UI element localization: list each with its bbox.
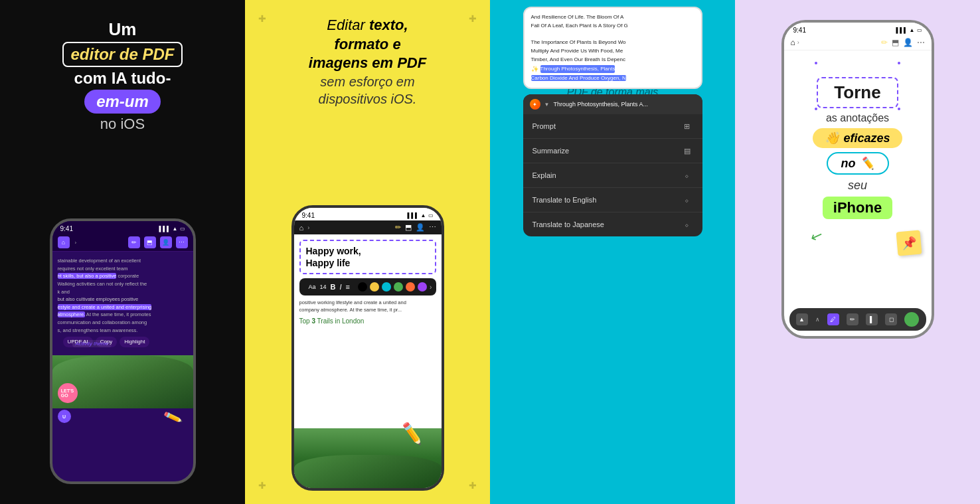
p4-torne-text: Torne: [817, 77, 898, 108]
panel2-title-line2: formato e: [309, 35, 426, 54]
panel2-title-block: Editar texto, formato e imagens em PDF s…: [295, 16, 440, 108]
explain-label: Explain: [532, 171, 556, 179]
p3-ai-panel: ✦ ▼ Through Photosynthesis, Plants A... …: [523, 94, 702, 236]
color-dot-yellow[interactable]: [370, 282, 379, 292]
phone-mockup-2: 9:41 ▌▌▌ ▲ ▭ ⌂ › ✏ ⬒ 👤 ⋯ Happy work, Hap…: [291, 205, 444, 491]
more-icon-4: ⋯: [917, 38, 925, 47]
pencil-icon-4: ✏: [881, 38, 888, 47]
p3-pdf-partial: And Resilience Of Life. The Bloom Of A F…: [523, 7, 702, 89]
panel2-title-line1: Editar texto,: [309, 16, 426, 35]
panel-1-title-block: Um editor de PDF com IA tudo- em-um no i…: [62, 19, 182, 133]
more-icon: ⋯: [429, 223, 436, 232]
translate-en-label: Translate to English: [532, 196, 597, 204]
translate-en-icon: ⬦: [681, 194, 693, 206]
share-icon: ⬒: [144, 236, 156, 248]
wifi-icon-4: ▲: [910, 27, 915, 33]
pencil-float-icon: ✏️: [398, 420, 425, 446]
highlight-pill[interactable]: Highlight: [120, 337, 149, 347]
color-dot-cyan[interactable]: [382, 282, 391, 292]
p4-sticky-note: 📌: [896, 230, 922, 256]
panel-4: 9:41 ▌▌▌ ▲ ▭ ⌂ › ✏ ⬒ 👤 ⋯: [735, 0, 980, 504]
p4-toolbar-brush-icon[interactable]: ▲: [796, 313, 808, 325]
panel2-title-line3: imagens em PDF: [309, 54, 426, 73]
selection-dot-br: [896, 106, 902, 112]
p4-toolbar-marker-icon[interactable]: ▌: [866, 313, 878, 325]
pencil-icon-p1: ✏️: [162, 406, 183, 427]
panel2-title-line5: dispositivos iOS.: [309, 90, 426, 108]
p2-bold-btn[interactable]: B: [331, 283, 336, 291]
panel1-line1: Um: [62, 19, 182, 41]
magic-wand-icon: ✨: [531, 64, 538, 74]
person-icon: 👤: [416, 223, 425, 232]
p4-no-oval: no ✏️: [827, 152, 889, 175]
phone1-time: 9:41: [60, 225, 73, 232]
corner-plus-br: ✚: [469, 480, 477, 491]
p2-font-aa: Aa: [309, 284, 316, 290]
battery-icon: ▭: [180, 226, 185, 232]
p4-toolbar-chevron-up: ∧: [815, 316, 820, 323]
panel3-phone-area: And Resilience Of Life. The Bloom Of A F…: [523, 7, 702, 236]
p4-bottom-toolbar: ▲ ∧ 🖊 ✏ ▌ ◻: [789, 308, 926, 331]
ai-logo-icon: ✦: [530, 99, 540, 110]
phone2-time: 9:41: [302, 212, 315, 219]
corner-plus-tl: ✚: [258, 13, 266, 24]
summarize-label: Summarize: [532, 147, 570, 155]
p3-menu-prompt[interactable]: Prompt ⊞: [523, 114, 702, 139]
p4-toolbar-pencil-icon[interactable]: ✏: [847, 313, 858, 325]
panel2-title-line4: sem esforço em: [309, 73, 426, 90]
phone2-content: Happy work, Happy life Aa 14 B I ≡: [294, 234, 442, 428]
p2-happy-life: Happy life: [306, 258, 351, 268]
p4-eficazes-text: eficazes: [843, 131, 890, 145]
phone2-statusbar: 9:41 ▌▌▌ ▲ ▭: [294, 208, 442, 220]
chevron-2: ›: [307, 224, 309, 231]
p4-statusbar: 9:41 ▌▌▌ ▲ ▭: [784, 23, 932, 35]
summarize-icon: ▤: [681, 145, 693, 157]
p4-toolbar-color-green[interactable]: [904, 312, 919, 327]
panel1-badge: editor de PDF: [62, 42, 182, 67]
p2-align-btn[interactable]: ≡: [346, 283, 350, 291]
phone1-statusbar: 9:41 ▌▌▌ ▲ ▭: [52, 221, 193, 234]
p4-toolbar-eraser-icon[interactable]: ◻: [885, 313, 897, 325]
home-icon-4: ⌂: [791, 38, 795, 47]
explain-icon: ⬦: [681, 169, 693, 181]
p3-menu-explain[interactable]: Explain ⬦: [523, 163, 702, 188]
panel-1: Um editor de PDF com IA tudo- em-um no i…: [0, 0, 245, 504]
p3-ai-header-text: Through Photosynthesis, Plants A...: [553, 101, 648, 108]
p4-toolbar-pen-icon[interactable]: 🖊: [827, 313, 839, 325]
battery-icon-4: ▭: [917, 27, 922, 33]
panel1-pill: em-um: [84, 90, 161, 114]
color-dot-orange[interactable]: [406, 282, 415, 292]
p3-highlight-1: Through Photosynthesis, Plants: [540, 65, 615, 74]
p4-status-icons: ▌▌▌ ▲ ▭: [896, 27, 922, 33]
prompt-label: Prompt: [532, 122, 556, 130]
p2-body-text: positive working lifestyle and create a …: [299, 299, 436, 313]
panel-3: And Resilience Of Life. The Bloom Of A F…: [490, 0, 735, 504]
phone1-landscape: LET'SGO Activity theme: [52, 355, 193, 408]
p2-format-bar: Aa 14 B I ≡ ›: [299, 278, 436, 295]
p4-time: 9:41: [793, 27, 806, 34]
p4-iphone-badge: iPhone: [823, 197, 892, 219]
pencil-emoji-4: ✏️: [860, 156, 874, 171]
more-colors-icon[interactable]: ›: [430, 284, 432, 291]
p4-eficazes-badge: 👋 eficazes: [813, 128, 902, 148]
chevron-4: ›: [797, 39, 799, 46]
p4-seu-text: seu: [848, 179, 867, 193]
phone-mockup-1: 9:41 ▌▌▌ ▲ ▭ ⌂ › ✏ ⬒ 👤 ⋯ stainable devel…: [50, 218, 196, 484]
color-dot-purple[interactable]: [418, 282, 427, 292]
layers-icon-4: ⬒: [892, 38, 899, 47]
phone1-toolbar: ⌂ › ✏ ⬒ 👤 ⋯: [52, 234, 193, 252]
signal-icon-2: ▌▌▌: [408, 212, 419, 218]
p3-menu-summarize[interactable]: Summarize ▤: [523, 139, 702, 163]
p3-menu-translate-ja[interactable]: Translate to Japanese ⬦: [523, 212, 702, 236]
p4-top-toolbar: ⌂ › ✏ ⬒ 👤 ⋯: [784, 35, 932, 50]
color-dot-black[interactable]: [358, 282, 367, 292]
selection-dot-tl: [813, 60, 819, 66]
phone2-toolbar: ⌂ › ✏ ⬒ 👤 ⋯: [294, 220, 442, 234]
p3-ai-header: ✦ ▼ Through Photosynthesis, Plants A...: [523, 94, 702, 114]
p2-italic-btn[interactable]: I: [339, 283, 341, 291]
prompt-icon: ⊞: [681, 120, 693, 132]
p2-top-trails-heading: Top 3 Trails in London: [299, 317, 436, 325]
hand-wave-emoji: 👋: [825, 131, 839, 145]
p3-menu-translate-en[interactable]: Translate to English ⬦: [523, 188, 702, 212]
color-dot-green[interactable]: [394, 282, 403, 292]
